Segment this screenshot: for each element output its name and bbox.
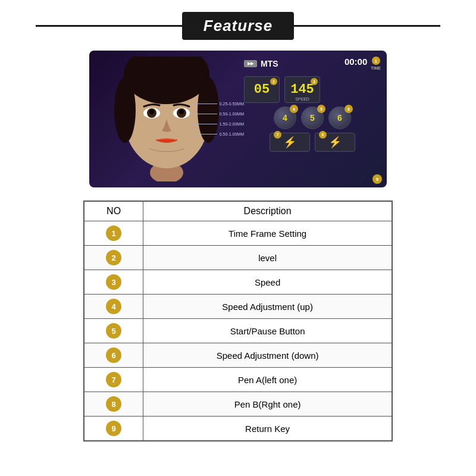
mts-icon: ▶▶ <box>244 60 257 67</box>
pen-btn-7[interactable]: 7 ⚡ <box>270 133 310 152</box>
number-badge-3: 3 <box>106 274 121 290</box>
badge-7: 7 <box>274 131 281 139</box>
table-cell-desc: level <box>143 246 392 270</box>
table-cell-desc: Start/Pause Button <box>143 319 392 343</box>
controls-area: ▶▶ MTS 00:00 1 TIME 2 05 3 145 SPEED <box>244 51 387 187</box>
face-lines: 0.25-0.50MM 0.50-1.00MM 1.50-2.00MM 0.50… <box>193 102 244 136</box>
time-block: 00:00 1 TIME <box>345 57 381 70</box>
table-cell-no: 8 <box>84 392 143 416</box>
time-badge: 1 <box>372 57 380 65</box>
badge-6: 6 <box>345 105 353 113</box>
title-line-left <box>36 25 182 27</box>
speed-label: SPEED <box>295 97 309 101</box>
page-title: Featurse <box>182 12 294 40</box>
digit-badge-2: 2 <box>270 78 277 85</box>
btn-6[interactable]: 6 6 <box>328 107 351 129</box>
top-bar: ▶▶ MTS 00:00 1 TIME <box>244 57 381 73</box>
number-badge-4: 4 <box>106 299 121 314</box>
table-cell-no: 2 <box>84 246 143 270</box>
table-row: 2level <box>84 246 392 270</box>
buttons-row: 4 4 5 5 6 6 <box>244 107 381 129</box>
number-badge-1: 1 <box>106 226 121 241</box>
table-cell-no: 6 <box>84 343 143 368</box>
device-screen: 0.25-0.50MM 0.50-1.00MM 1.50-2.00MM 0.50… <box>89 51 387 187</box>
svg-point-10 <box>179 109 184 114</box>
digit-value-2: 145 <box>290 83 314 96</box>
table-cell-desc: Return Key <box>143 416 392 441</box>
table-cell-desc: Pen B(Rght one) <box>143 392 392 416</box>
badge-5: 5 <box>317 105 325 113</box>
btn-4[interactable]: 4 4 <box>274 107 296 129</box>
digit-badge-3: 3 <box>311 78 318 85</box>
digit-value-1: 05 <box>254 83 270 96</box>
feature-table: NO Description 1Time Frame Setting2level… <box>83 201 393 441</box>
face-area: 0.25-0.50MM 0.50-1.00MM 1.50-2.00MM 0.50… <box>89 51 244 187</box>
table-row: 1Time Frame Setting <box>84 221 392 246</box>
number-badge-8: 8 <box>106 396 121 412</box>
table-cell-desc: Speed Adjustment (down) <box>143 343 392 368</box>
table-row: 4Speed Adjustment (up) <box>84 295 392 319</box>
table-cell-desc: Speed Adjustment (up) <box>143 295 392 319</box>
table-cell-desc: Time Frame Setting <box>143 221 392 246</box>
pen-7-icon: ⚡ <box>283 136 296 149</box>
badge-8: 8 <box>319 131 327 139</box>
table-row: 9Return Key <box>84 416 392 441</box>
btn-5[interactable]: 5 5 <box>301 107 324 129</box>
col-desc-header: Description <box>143 201 392 221</box>
mts-text: MTS <box>261 59 278 68</box>
number-badge-5: 5 <box>106 323 121 339</box>
svg-point-3 <box>114 77 136 143</box>
title-banner: Featurse <box>36 12 440 40</box>
pen-8-icon: ⚡ <box>328 136 342 149</box>
table-cell-no: 1 <box>84 221 143 246</box>
table-cell-no: 4 <box>84 295 143 319</box>
table-row: 6Speed Adjustment (down) <box>84 343 392 368</box>
pen-btn-8[interactable]: 8 ⚡ <box>315 133 355 152</box>
table-row: 3Speed <box>84 270 392 295</box>
col-no-header: NO <box>84 201 143 221</box>
digits-row: 2 05 3 145 SPEED <box>244 76 381 103</box>
table-row: 7Pen A(left one) <box>84 368 392 392</box>
table-cell-desc: Pen A(left one) <box>143 368 392 392</box>
table-row: 5Start/Pause Button <box>84 319 392 343</box>
number-badge-7: 7 <box>106 372 121 387</box>
title-line-right <box>294 25 440 27</box>
number-badge-9: 9 <box>106 421 121 436</box>
table-row: 8Pen B(Rght one) <box>84 392 392 416</box>
time-value: 00:00 <box>345 57 367 67</box>
table-cell-desc: Speed <box>143 270 392 295</box>
pen-row: 7 ⚡ 8 ⚡ <box>244 133 381 152</box>
digit-box-2: 3 145 SPEED <box>284 76 320 103</box>
svg-point-7 <box>149 109 154 114</box>
time-label: TIME <box>371 66 381 70</box>
table-cell-no: 9 <box>84 416 143 441</box>
mts-label: ▶▶ MTS <box>244 59 278 68</box>
table-cell-no: 5 <box>84 319 143 343</box>
number-badge-2: 2 <box>106 250 121 265</box>
number-badge-6: 6 <box>106 347 121 363</box>
digit-box-1: 2 05 <box>244 76 280 103</box>
table-cell-no: 3 <box>84 270 143 295</box>
return-badge: 9 <box>372 174 382 184</box>
table-cell-no: 7 <box>84 368 143 392</box>
badge-4: 4 <box>290 105 298 113</box>
